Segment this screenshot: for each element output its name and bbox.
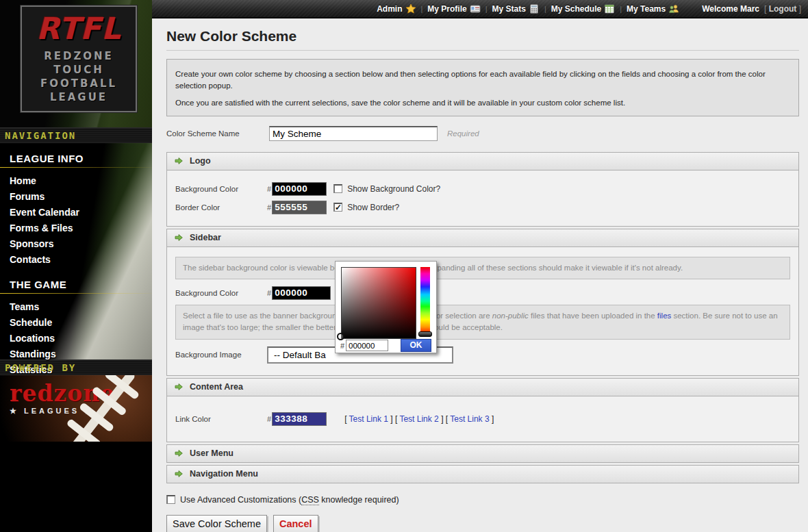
save-color-scheme-button[interactable]: Save Color Scheme xyxy=(166,515,267,532)
sidebar-item-schedule[interactable]: Schedule xyxy=(10,315,152,331)
green-arrow-icon xyxy=(174,469,184,479)
league-logo-line: LEAGUE xyxy=(50,90,108,104)
green-arrow-icon xyxy=(174,233,184,242)
star-icon xyxy=(405,3,416,14)
sidebar-item-home[interactable]: Home xyxy=(10,173,152,189)
section-content-area: Content Area Link Color # 333388 [ Test … xyxy=(166,378,799,442)
saturation-value-gradient[interactable] xyxy=(341,267,416,339)
section-user-menu-title: User Menu xyxy=(190,448,233,458)
intro-paragraph-2: Once you are satisfied with the current … xyxy=(175,97,790,109)
bracket: [ xyxy=(764,4,766,14)
test-links: [ Test Link 1 ] [ Test Link 2 ] [ Test L… xyxy=(344,414,494,424)
sidebar-item-locations[interactable]: Locations xyxy=(10,331,152,346)
top-menu-bar: Admin | My Profile | My Stats | My Sched… xyxy=(152,0,808,18)
note-text: files that have been uploaded in the xyxy=(529,312,657,320)
section-user-menu: User Menu xyxy=(166,444,799,463)
hue-strip[interactable] xyxy=(420,267,430,333)
advanced-customizations-checkbox[interactable] xyxy=(166,495,175,504)
hash-prefix: # xyxy=(267,203,271,212)
sidebar-item-forums[interactable]: Forums xyxy=(10,189,152,205)
league-logo-line: FOOTBALL xyxy=(40,77,117,90)
welcome-user-label: Welcome Marc xyxy=(702,4,759,14)
redzone-leagues-logo[interactable]: redzone ★ LEAGUES ★ xyxy=(0,375,152,442)
test-link-3[interactable]: Test Link 3 xyxy=(450,414,489,424)
league-logo-line: TOUCH xyxy=(53,63,104,77)
logo-border-color-swatch[interactable]: 555555 xyxy=(272,201,327,214)
logout-link[interactable]: [ Logout ] xyxy=(764,4,801,14)
hex-value-input[interactable] xyxy=(346,340,388,351)
link-color-swatch[interactable]: 333388 xyxy=(272,412,327,426)
files-link[interactable]: files xyxy=(657,312,671,320)
test-link-2[interactable]: Test Link 2 xyxy=(399,414,438,424)
navigation-banner: NAVIGATION xyxy=(0,127,152,143)
section-content-area-title: Content Area xyxy=(190,382,243,392)
divider xyxy=(166,50,799,51)
league-logo-abbr: RTFL xyxy=(36,14,121,44)
section-logo: Logo Background Color # 000000 Show Back… xyxy=(166,152,799,227)
ok-button[interactable]: OK xyxy=(401,339,431,352)
cancel-button[interactable]: Cancel xyxy=(273,515,318,532)
menu-my-schedule[interactable]: My Schedule xyxy=(551,3,615,14)
color-scheme-name-input[interactable] xyxy=(269,126,438,141)
logout-label: Logout xyxy=(769,4,797,14)
label-text: Use Advanced Customizations ( xyxy=(180,495,301,505)
section-navigation-menu: Navigation Menu xyxy=(166,465,799,483)
show-background-color-checkbox[interactable] xyxy=(333,184,342,193)
league-logo[interactable]: RTFL REDZONE TOUCH FOOTBALL LEAGUE xyxy=(21,5,137,112)
sidebar-item-contacts[interactable]: Contacts xyxy=(10,252,152,268)
bracket: ] xyxy=(388,414,393,424)
sidebar-header-field-image: RTFL REDZONE TOUCH FOOTBALL LEAGUE xyxy=(0,0,152,127)
label-text: knowledge required) xyxy=(319,495,399,505)
bracket: ] xyxy=(799,4,801,14)
section-sidebar: Sidebar The sidebar background color is … xyxy=(166,229,799,376)
green-arrow-icon xyxy=(174,448,184,458)
color-picker-popup: # OK xyxy=(335,261,437,353)
section-content-area-header[interactable]: Content Area xyxy=(166,378,799,396)
logo-bg-color-label: Background Color xyxy=(175,185,267,193)
background-image-label: Background Image xyxy=(175,351,267,359)
powered-by-banner: POWERED BY xyxy=(0,359,152,375)
menu-my-stats[interactable]: My Stats xyxy=(492,3,540,14)
section-user-menu-header[interactable]: User Menu xyxy=(166,444,799,463)
menu-my-teams[interactable]: My Teams xyxy=(627,3,679,14)
menu-my-schedule-label: My Schedule xyxy=(551,4,601,14)
section-logo-header[interactable]: Logo xyxy=(166,152,799,170)
sidebar-bg-note: The sidebar background color is viewable… xyxy=(175,257,790,279)
nav-group-league-info: LEAGUE INFO xyxy=(10,150,152,164)
background-image-row: Background Image -- Default Ba xyxy=(175,346,790,364)
section-sidebar-title: Sidebar xyxy=(190,233,221,242)
section-sidebar-body: The sidebar background color is viewable… xyxy=(166,247,799,376)
note-italic: non-public xyxy=(492,312,529,320)
nav-group-the-game: THE GAME xyxy=(10,276,152,290)
menu-separator: | xyxy=(620,5,622,13)
sidebar: RTFL REDZONE TOUCH FOOTBALL LEAGUE NAVIG… xyxy=(0,0,152,532)
test-link-1[interactable]: Test Link 1 xyxy=(349,414,388,424)
color-cursor[interactable] xyxy=(337,333,344,340)
css-abbr: CSS xyxy=(301,495,319,505)
sidebar-bg-color-swatch[interactable]: 000000 xyxy=(272,286,331,300)
show-border-checkbox[interactable]: ✓ xyxy=(333,203,342,212)
sidebar-item-event-calendar[interactable]: Event Calendar xyxy=(10,205,152,220)
menu-separator: | xyxy=(485,5,488,13)
menu-my-profile[interactable]: My Profile xyxy=(427,3,480,14)
menu-admin[interactable]: Admin xyxy=(377,3,416,14)
hue-slider-handle[interactable] xyxy=(418,331,432,337)
sidebar-item-forms-files[interactable]: Forms & Files xyxy=(10,220,152,236)
sidebar-footer xyxy=(0,442,152,532)
group-icon xyxy=(668,3,679,14)
sidebar-item-teams[interactable]: Teams xyxy=(10,299,152,315)
link-color-row: Link Color # 333388 [ Test Link 1 ] [ Te… xyxy=(175,412,790,426)
show-background-color-label: Show Background Color? xyxy=(347,184,440,194)
divider xyxy=(0,167,152,168)
section-content-area-body: Link Color # 333388 [ Test Link 1 ] [ Te… xyxy=(166,396,799,442)
menu-my-teams-label: My Teams xyxy=(627,4,666,14)
sidebar-item-sponsors[interactable]: Sponsors xyxy=(10,236,152,252)
logo-bg-color-swatch[interactable]: 000000 xyxy=(272,182,327,196)
sidebar-bg-color-label: Background Color xyxy=(175,289,267,297)
menu-admin-label: Admin xyxy=(377,4,402,14)
section-navigation-menu-header[interactable]: Navigation Menu xyxy=(166,465,799,483)
green-arrow-icon xyxy=(174,382,184,392)
logo-border-color-label: Border Color xyxy=(175,203,267,212)
section-sidebar-header[interactable]: Sidebar xyxy=(166,229,799,247)
logo-background-color-row: Background Color # 000000 Show Backgroun… xyxy=(175,182,790,196)
